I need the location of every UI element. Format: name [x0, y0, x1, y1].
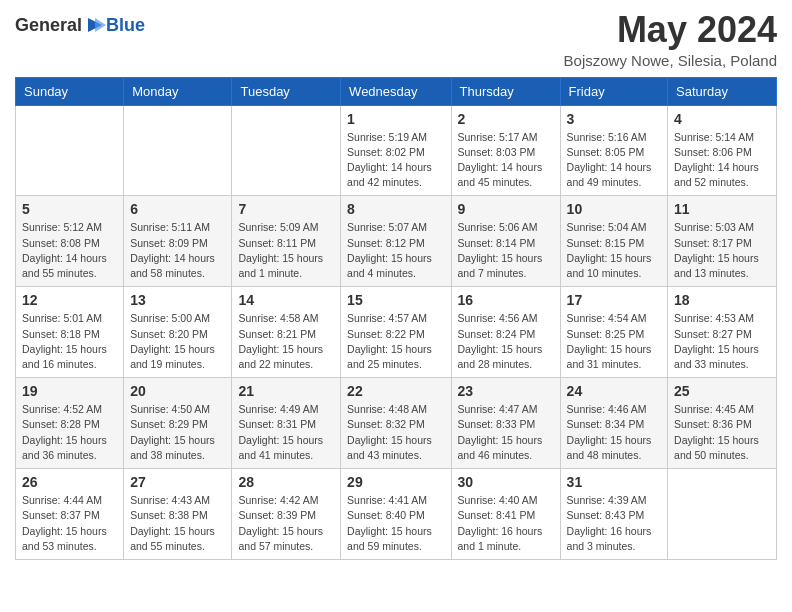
calendar-cell: 11Sunrise: 5:03 AMSunset: 8:17 PMDayligh… — [668, 196, 777, 287]
calendar-cell: 25Sunrise: 4:45 AMSunset: 8:36 PMDayligh… — [668, 378, 777, 469]
calendar-cell: 21Sunrise: 4:49 AMSunset: 8:31 PMDayligh… — [232, 378, 341, 469]
calendar-week-1: 1Sunrise: 5:19 AMSunset: 8:02 PMDaylight… — [16, 105, 777, 196]
cell-day-number: 8 — [347, 201, 444, 217]
cell-info: Sunrise: 4:53 AMSunset: 8:27 PMDaylight:… — [674, 311, 770, 372]
calendar-cell: 6Sunrise: 5:11 AMSunset: 8:09 PMDaylight… — [124, 196, 232, 287]
calendar-cell: 31Sunrise: 4:39 AMSunset: 8:43 PMDayligh… — [560, 469, 667, 560]
calendar-cell: 2Sunrise: 5:17 AMSunset: 8:03 PMDaylight… — [451, 105, 560, 196]
day-header-wednesday: Wednesday — [341, 77, 451, 105]
cell-info: Sunrise: 4:41 AMSunset: 8:40 PMDaylight:… — [347, 493, 444, 554]
cell-day-number: 16 — [458, 292, 554, 308]
calendar-cell: 16Sunrise: 4:56 AMSunset: 8:24 PMDayligh… — [451, 287, 560, 378]
calendar-cell: 1Sunrise: 5:19 AMSunset: 8:02 PMDaylight… — [341, 105, 451, 196]
calendar-cell: 30Sunrise: 4:40 AMSunset: 8:41 PMDayligh… — [451, 469, 560, 560]
day-header-friday: Friday — [560, 77, 667, 105]
cell-info: Sunrise: 4:43 AMSunset: 8:38 PMDaylight:… — [130, 493, 225, 554]
day-header-sunday: Sunday — [16, 77, 124, 105]
calendar-title: May 2024 — [564, 10, 777, 50]
cell-day-number: 12 — [22, 292, 117, 308]
calendar-cell: 26Sunrise: 4:44 AMSunset: 8:37 PMDayligh… — [16, 469, 124, 560]
calendar-cell: 17Sunrise: 4:54 AMSunset: 8:25 PMDayligh… — [560, 287, 667, 378]
cell-info: Sunrise: 4:42 AMSunset: 8:39 PMDaylight:… — [238, 493, 334, 554]
calendar-cell: 13Sunrise: 5:00 AMSunset: 8:20 PMDayligh… — [124, 287, 232, 378]
cell-day-number: 23 — [458, 383, 554, 399]
cell-info: Sunrise: 5:03 AMSunset: 8:17 PMDaylight:… — [674, 220, 770, 281]
calendar-cell: 7Sunrise: 5:09 AMSunset: 8:11 PMDaylight… — [232, 196, 341, 287]
calendar-cell: 28Sunrise: 4:42 AMSunset: 8:39 PMDayligh… — [232, 469, 341, 560]
cell-day-number: 5 — [22, 201, 117, 217]
cell-info: Sunrise: 4:58 AMSunset: 8:21 PMDaylight:… — [238, 311, 334, 372]
calendar-cell: 22Sunrise: 4:48 AMSunset: 8:32 PMDayligh… — [341, 378, 451, 469]
calendar-cell — [124, 105, 232, 196]
cell-day-number: 21 — [238, 383, 334, 399]
cell-day-number: 13 — [130, 292, 225, 308]
cell-day-number: 3 — [567, 111, 661, 127]
logo-text-blue: Blue — [106, 15, 145, 36]
cell-day-number: 19 — [22, 383, 117, 399]
cell-day-number: 29 — [347, 474, 444, 490]
cell-info: Sunrise: 5:12 AMSunset: 8:08 PMDaylight:… — [22, 220, 117, 281]
cell-day-number: 17 — [567, 292, 661, 308]
cell-info: Sunrise: 4:46 AMSunset: 8:34 PMDaylight:… — [567, 402, 661, 463]
cell-day-number: 2 — [458, 111, 554, 127]
cell-day-number: 30 — [458, 474, 554, 490]
cell-info: Sunrise: 5:09 AMSunset: 8:11 PMDaylight:… — [238, 220, 334, 281]
cell-info: Sunrise: 4:40 AMSunset: 8:41 PMDaylight:… — [458, 493, 554, 554]
cell-day-number: 25 — [674, 383, 770, 399]
cell-day-number: 4 — [674, 111, 770, 127]
calendar-header-row: SundayMondayTuesdayWednesdayThursdayFrid… — [16, 77, 777, 105]
calendar-cell: 29Sunrise: 4:41 AMSunset: 8:40 PMDayligh… — [341, 469, 451, 560]
cell-day-number: 10 — [567, 201, 661, 217]
cell-day-number: 28 — [238, 474, 334, 490]
cell-day-number: 20 — [130, 383, 225, 399]
calendar-week-5: 26Sunrise: 4:44 AMSunset: 8:37 PMDayligh… — [16, 469, 777, 560]
calendar-cell: 18Sunrise: 4:53 AMSunset: 8:27 PMDayligh… — [668, 287, 777, 378]
cell-info: Sunrise: 5:04 AMSunset: 8:15 PMDaylight:… — [567, 220, 661, 281]
cell-day-number: 15 — [347, 292, 444, 308]
cell-day-number: 31 — [567, 474, 661, 490]
calendar-week-4: 19Sunrise: 4:52 AMSunset: 8:28 PMDayligh… — [16, 378, 777, 469]
cell-info: Sunrise: 4:39 AMSunset: 8:43 PMDaylight:… — [567, 493, 661, 554]
svg-marker-1 — [95, 18, 106, 32]
calendar-cell: 12Sunrise: 5:01 AMSunset: 8:18 PMDayligh… — [16, 287, 124, 378]
cell-info: Sunrise: 5:17 AMSunset: 8:03 PMDaylight:… — [458, 130, 554, 191]
calendar-week-3: 12Sunrise: 5:01 AMSunset: 8:18 PMDayligh… — [16, 287, 777, 378]
logo-text-general: General — [15, 15, 82, 36]
cell-info: Sunrise: 5:16 AMSunset: 8:05 PMDaylight:… — [567, 130, 661, 191]
calendar-table: SundayMondayTuesdayWednesdayThursdayFrid… — [15, 77, 777, 560]
calendar-cell: 15Sunrise: 4:57 AMSunset: 8:22 PMDayligh… — [341, 287, 451, 378]
header: General Blue May 2024 Bojszowy Nowe, Sil… — [15, 10, 777, 69]
title-area: May 2024 Bojszowy Nowe, Silesia, Poland — [564, 10, 777, 69]
cell-info: Sunrise: 5:14 AMSunset: 8:06 PMDaylight:… — [674, 130, 770, 191]
cell-day-number: 24 — [567, 383, 661, 399]
cell-day-number: 27 — [130, 474, 225, 490]
calendar-cell: 9Sunrise: 5:06 AMSunset: 8:14 PMDaylight… — [451, 196, 560, 287]
cell-info: Sunrise: 4:57 AMSunset: 8:22 PMDaylight:… — [347, 311, 444, 372]
cell-day-number: 22 — [347, 383, 444, 399]
cell-info: Sunrise: 5:19 AMSunset: 8:02 PMDaylight:… — [347, 130, 444, 191]
calendar-cell: 3Sunrise: 5:16 AMSunset: 8:05 PMDaylight… — [560, 105, 667, 196]
logo-icon — [84, 14, 106, 36]
calendar-cell — [232, 105, 341, 196]
calendar-cell: 27Sunrise: 4:43 AMSunset: 8:38 PMDayligh… — [124, 469, 232, 560]
calendar-cell: 24Sunrise: 4:46 AMSunset: 8:34 PMDayligh… — [560, 378, 667, 469]
cell-info: Sunrise: 4:44 AMSunset: 8:37 PMDaylight:… — [22, 493, 117, 554]
day-header-monday: Monday — [124, 77, 232, 105]
cell-info: Sunrise: 5:01 AMSunset: 8:18 PMDaylight:… — [22, 311, 117, 372]
cell-info: Sunrise: 5:00 AMSunset: 8:20 PMDaylight:… — [130, 311, 225, 372]
calendar-cell — [668, 469, 777, 560]
calendar-subtitle: Bojszowy Nowe, Silesia, Poland — [564, 52, 777, 69]
day-header-saturday: Saturday — [668, 77, 777, 105]
day-header-tuesday: Tuesday — [232, 77, 341, 105]
cell-info: Sunrise: 4:56 AMSunset: 8:24 PMDaylight:… — [458, 311, 554, 372]
cell-day-number: 14 — [238, 292, 334, 308]
cell-day-number: 9 — [458, 201, 554, 217]
cell-day-number: 18 — [674, 292, 770, 308]
cell-info: Sunrise: 4:50 AMSunset: 8:29 PMDaylight:… — [130, 402, 225, 463]
calendar-cell: 5Sunrise: 5:12 AMSunset: 8:08 PMDaylight… — [16, 196, 124, 287]
cell-info: Sunrise: 4:48 AMSunset: 8:32 PMDaylight:… — [347, 402, 444, 463]
calendar-cell: 8Sunrise: 5:07 AMSunset: 8:12 PMDaylight… — [341, 196, 451, 287]
calendar-cell: 23Sunrise: 4:47 AMSunset: 8:33 PMDayligh… — [451, 378, 560, 469]
cell-info: Sunrise: 5:11 AMSunset: 8:09 PMDaylight:… — [130, 220, 225, 281]
calendar-cell: 14Sunrise: 4:58 AMSunset: 8:21 PMDayligh… — [232, 287, 341, 378]
